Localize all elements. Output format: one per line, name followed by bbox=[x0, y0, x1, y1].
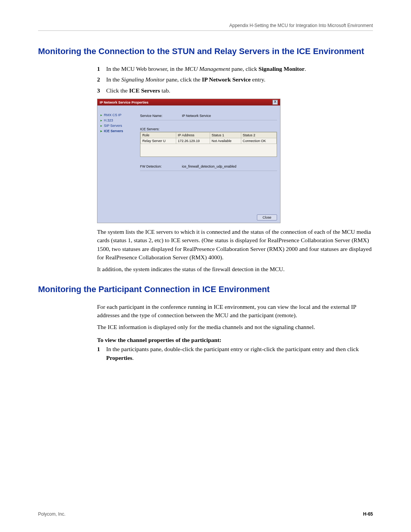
step-text: Click the ICE Servers tab. bbox=[106, 86, 373, 95]
fw-detection-value: ice_firewall_detection_udp_enabled bbox=[182, 165, 236, 168]
page-header: Appendix H-Setting the MCU for Integrati… bbox=[38, 23, 373, 31]
service-name-label: Service Name: bbox=[140, 114, 182, 118]
page-footer: Polycom, Inc. H-65 bbox=[38, 511, 373, 517]
col-status-2: Status 2 bbox=[241, 133, 276, 138]
chevron-right-icon: ▸ bbox=[100, 129, 102, 133]
dialog-sidebar: ▸RMX CS IP ▸H.323 ▸SIP Servers ▸ICE Serv… bbox=[100, 109, 135, 209]
cell-ip: 172.26.129.19 bbox=[176, 138, 210, 144]
service-name-value: IP Network Service bbox=[182, 114, 211, 118]
cell-status-2: Connection OK bbox=[241, 138, 276, 144]
footer-company: Polycom, Inc. bbox=[38, 511, 65, 517]
col-status-1: Status 1 bbox=[210, 133, 241, 138]
footer-page-number: H-65 bbox=[363, 511, 373, 517]
sidebar-item-sip-servers[interactable]: ▸SIP Servers bbox=[100, 123, 135, 128]
step-text: In the participants pane, double-click t… bbox=[106, 345, 373, 362]
dialog-titlebar: IP Network Service Properties X bbox=[97, 99, 280, 105]
cell-role: Relay Server U bbox=[141, 138, 176, 144]
dialog-title-text: IP Network Service Properties bbox=[100, 101, 148, 104]
cell-status-1: Not Available bbox=[210, 138, 241, 144]
body-paragraph: The system lists the ICE servers to whic… bbox=[97, 228, 373, 262]
step-number: 3 bbox=[97, 86, 106, 95]
body-paragraph: For each participant in the conference r… bbox=[97, 303, 373, 320]
col-ip-address: IP Address bbox=[176, 133, 210, 138]
section-title-1: Monitoring the Connection to the STUN an… bbox=[38, 46, 373, 57]
col-role: Role bbox=[141, 133, 176, 138]
sidebar-item-rmx-cs-ip[interactable]: ▸RMX CS IP bbox=[100, 112, 135, 118]
fw-detection-label: FW Detection: bbox=[140, 165, 182, 168]
step-text: In the MCU Web browser, in the MCU Manag… bbox=[106, 65, 373, 73]
close-button[interactable]: Close bbox=[257, 214, 277, 220]
step-text: In the Signaling Monitor pane, click the… bbox=[106, 75, 373, 84]
sidebar-item-ice-servers[interactable]: ▸ICE Servers bbox=[100, 128, 135, 134]
sidebar-item-h323[interactable]: ▸H.323 bbox=[100, 118, 135, 123]
chevron-right-icon: ▸ bbox=[100, 124, 102, 128]
ice-servers-label: ICE Servers: bbox=[140, 127, 277, 131]
ice-servers-table: Role IP Address Status 1 Status 2 Relay … bbox=[140, 132, 277, 157]
sub-heading: To view the channel properties of the pa… bbox=[97, 337, 373, 343]
steps-list-1: 1 In the MCU Web browser, in the MCU Man… bbox=[97, 65, 373, 95]
ip-network-service-properties-dialog: IP Network Service Properties X ▸RMX CS … bbox=[97, 99, 280, 223]
table-row[interactable]: Relay Server U 172.26.129.19 Not Availab… bbox=[141, 138, 277, 144]
step-number: 1 bbox=[97, 65, 106, 73]
chevron-right-icon: ▸ bbox=[100, 118, 102, 122]
step-number: 2 bbox=[97, 75, 106, 84]
step-number: 1 bbox=[97, 345, 106, 362]
body-paragraph: The ICE information is displayed only fo… bbox=[97, 323, 373, 331]
body-paragraph: It addition, the system indicates the st… bbox=[97, 265, 373, 273]
close-icon[interactable]: X bbox=[272, 100, 278, 105]
steps-list-2: 1 In the participants pane, double-click… bbox=[97, 345, 373, 362]
chevron-right-icon: ▸ bbox=[100, 113, 102, 117]
section-title-2: Monitoring the Participant Connection in… bbox=[38, 284, 373, 295]
